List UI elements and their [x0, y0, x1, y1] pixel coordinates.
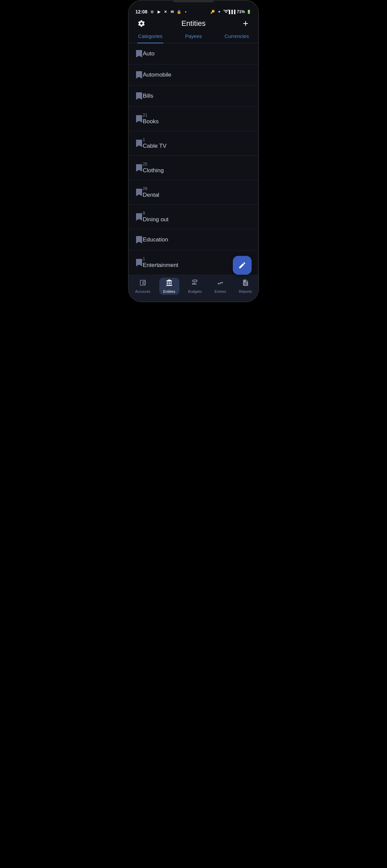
wallet-icon	[139, 279, 146, 288]
x-icon: ✕	[163, 9, 168, 14]
categories-list: Auto Automobile Bills 21	[129, 43, 258, 275]
signal-icon: ▌▌▌	[230, 9, 236, 14]
nav-entries-label: Entries	[215, 289, 226, 293]
bookmark-icon	[136, 213, 143, 221]
status-right: 🔑 ✦ ▌▌▌ 71% 🔋	[210, 9, 251, 14]
list-item[interactable]: 1 Cable TV	[129, 131, 258, 156]
list-item[interactable]: Automobile	[129, 64, 258, 86]
item-content: 1 Cable TV	[143, 137, 167, 149]
list-item[interactable]: 21 Books	[129, 107, 258, 131]
nav-item-entries[interactable]: Entries	[211, 278, 230, 295]
bookmark-icon	[136, 49, 143, 58]
item-content: 25 Clothing	[143, 162, 163, 174]
bookmark-icon	[136, 92, 143, 100]
nav-item-budgets[interactable]: Budgets	[184, 278, 206, 295]
item-content: Education	[143, 237, 168, 243]
nav-item-accounts[interactable]: Accounts	[131, 278, 154, 295]
list-item[interactable]: Education	[129, 229, 258, 250]
nav-budgets-label: Budgets	[188, 289, 202, 293]
wifi-icon	[224, 9, 229, 14]
bookmark-icon	[136, 188, 143, 197]
nav-entities-label: Entities	[163, 289, 175, 293]
bookmark-icon	[136, 70, 143, 79]
bookmark-icon	[136, 236, 143, 244]
key-icon: 🔑	[210, 9, 215, 14]
bookmark-icon	[136, 258, 143, 267]
dot-indicator: •	[183, 9, 188, 14]
mail-icon: ✉	[170, 9, 175, 14]
bookmark-icon	[136, 115, 143, 123]
status-left: 12:08 ⊙ ▶ ✕ ✉ 🔒 •	[136, 9, 188, 14]
phone-frame: 12:08 ⊙ ▶ ✕ ✉ 🔒 • 🔑 ✦	[128, 0, 259, 302]
bookmark-icon	[136, 139, 143, 148]
item-content: 29 Dental	[143, 186, 159, 198]
list-item[interactable]: Auto	[129, 43, 258, 64]
lock-icon: 🔒	[176, 9, 182, 14]
bluetooth-icon: ✦	[217, 9, 222, 14]
list-item[interactable]: 9 Dining out	[129, 205, 258, 229]
item-content: 9 Dining out	[143, 211, 169, 223]
notch	[173, 1, 214, 2]
time: 12:08	[136, 9, 147, 14]
youtube-icon: ▶	[156, 9, 161, 14]
nav-reports-label: Reports	[239, 289, 252, 293]
transfer-icon	[217, 279, 224, 288]
item-content: Automobile	[143, 71, 171, 78]
add-button[interactable]	[240, 20, 251, 28]
item-content: Bills	[143, 93, 153, 99]
battery-icon: 🔋	[246, 9, 251, 14]
status-app-icons: ⊙ ▶ ✕ ✉ 🔒 •	[149, 9, 188, 14]
settings-button[interactable]	[136, 20, 147, 28]
item-content: Auto	[143, 50, 154, 57]
item-content: 21 Books	[143, 113, 158, 125]
list-item[interactable]: 25 Clothing	[129, 156, 258, 180]
nav-item-entities[interactable]: Entities	[159, 278, 179, 295]
list-item[interactable]: 29 Dental	[129, 180, 258, 205]
nav-accounts-label: Accounts	[135, 289, 150, 293]
nav-item-reports[interactable]: Reports	[235, 278, 256, 295]
tab-currencies[interactable]: Currencies	[215, 33, 258, 43]
status-bar: 12:08 ⊙ ▶ ✕ ✉ 🔒 • 🔑 ✦	[129, 5, 258, 16]
svg-point-0	[144, 282, 145, 283]
list-item[interactable]: Bills	[129, 86, 258, 107]
scale-icon	[191, 279, 199, 288]
page-title: Entities	[147, 19, 240, 28]
tab-categories[interactable]: Categories	[129, 33, 172, 43]
bank-icon	[166, 279, 173, 288]
item-content: 1 Entertainment	[143, 256, 178, 269]
tabs-container: Categories Payees Currencies	[129, 28, 258, 43]
instagram-icon: ⊙	[149, 9, 155, 14]
report-icon	[242, 279, 249, 288]
battery-level: 71%	[237, 9, 245, 14]
pencil-icon	[238, 261, 246, 269]
bookmark-icon	[136, 163, 143, 172]
tab-payees[interactable]: Payees	[172, 33, 215, 43]
bottom-nav: Accounts Entities Budgets	[129, 275, 258, 302]
fab-edit-button[interactable]	[233, 256, 251, 275]
header: Entities	[129, 16, 258, 28]
